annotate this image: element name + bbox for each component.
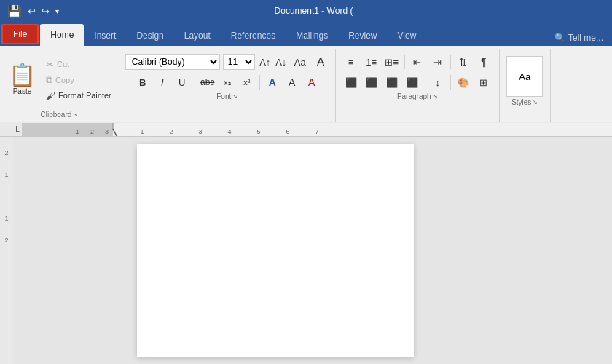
strikethrough-button[interactable]: abc [199, 74, 216, 91]
clear-formatting-button[interactable]: A̶ [312, 53, 329, 71]
svg-text:1: 1 [140, 128, 144, 135]
align-right-button[interactable]: ⬛ [382, 74, 401, 91]
text-highlight-button[interactable]: A [283, 74, 301, 91]
tell-me[interactable]: 🔍 Tell me... [546, 33, 612, 46]
svg-text:-3: -3 [103, 128, 109, 135]
para-divider-2 [450, 55, 451, 69]
borders-button[interactable]: ⊞ [474, 74, 493, 91]
align-center-button[interactable]: ⬛ [362, 74, 381, 91]
superscript-button[interactable]: x² [238, 74, 256, 91]
styles-label-text: Styles [511, 98, 531, 106]
svg-text:2: 2 [4, 149, 8, 157]
show-marks-button[interactable]: ¶ [474, 53, 493, 71]
format-painter-button[interactable]: 🖌 Format Painter [43, 89, 114, 103]
font-increase-button[interactable]: A↑ [258, 54, 272, 70]
undo-icon[interactable]: ↩ [28, 6, 36, 17]
svg-text:7: 7 [315, 128, 318, 135]
svg-text:1: 1 [4, 215, 8, 222]
bold-button[interactable]: B [134, 74, 152, 91]
font-label-text: Font [216, 92, 231, 100]
change-case-button[interactable]: Aa [291, 53, 309, 71]
para-divider-1 [404, 55, 405, 69]
tab-file[interactable]: File [1, 24, 39, 44]
document-title: Document1 - Word ( [275, 6, 353, 16]
tab-layout-label: Layout [184, 31, 211, 41]
svg-text:·: · [185, 128, 187, 135]
vertical-ruler-svg: 2 1 · 1 2 [0, 137, 13, 364]
tab-references-label: References [231, 31, 275, 41]
tab-layout[interactable]: Layout [174, 25, 221, 46]
svg-text:·: · [6, 193, 8, 200]
shading-button[interactable]: 🎨 [454, 74, 473, 91]
clipboard-expand-icon[interactable]: ↘ [73, 111, 78, 118]
svg-text:-1: -1 [74, 128, 79, 135]
para-divider-4 [450, 75, 451, 90]
format-painter-label: Format Painter [58, 91, 111, 100]
font-controls-bottom: B I U abc x₂ x² A A A [134, 74, 321, 91]
svg-text:·: · [156, 128, 158, 135]
cut-label: Cut [57, 60, 69, 68]
ruler-corner: L [13, 125, 22, 133]
styles-preview[interactable]: Aa [506, 56, 543, 97]
numbering-button[interactable]: 1≡ [362, 53, 381, 71]
svg-text:5: 5 [256, 128, 260, 135]
svg-text:·: · [214, 128, 216, 135]
svg-text:6: 6 [286, 128, 289, 135]
tabs-row: File Home Insert Design Layout Reference… [0, 22, 612, 46]
text-effect-button[interactable]: A [264, 74, 281, 91]
tab-home[interactable]: Home [40, 24, 84, 46]
para-divider-3 [425, 75, 425, 90]
title-bar: 💾 ↩ ↪ ▾ Document1 - Word ( [0, 0, 612, 22]
tab-design[interactable]: Design [126, 25, 173, 46]
font-divider-2 [259, 75, 260, 90]
font-size-select[interactable]: 11 [223, 54, 255, 70]
decrease-indent-button[interactable]: ⇤ [408, 53, 427, 71]
tab-view-label: View [398, 31, 417, 41]
clipboard-section-label: Clipboard ↘ [4, 109, 114, 120]
tab-mailings-label: Mailings [296, 31, 328, 41]
multilevel-button[interactable]: ⊞≡ [382, 53, 401, 71]
font-expand-icon[interactable]: ↘ [232, 93, 238, 100]
tab-view[interactable]: View [388, 25, 427, 46]
line-spacing-button[interactable]: ↕ [428, 74, 447, 91]
svg-text:4: 4 [227, 128, 231, 135]
font-name-select[interactable]: Calibri (Body) [125, 54, 220, 70]
svg-text:2: 2 [4, 237, 8, 244]
font-color-button[interactable]: A [303, 74, 321, 91]
tab-review[interactable]: Review [338, 25, 387, 46]
tab-mailings[interactable]: Mailings [286, 25, 338, 46]
paragraph-expand-icon[interactable]: ↘ [433, 93, 438, 100]
justify-button[interactable]: ⬛ [403, 74, 422, 91]
tab-home-label: Home [50, 30, 74, 40]
increase-indent-button[interactable]: ⇥ [428, 53, 447, 71]
document-canvas[interactable] [13, 137, 612, 364]
bullets-button[interactable]: ≡ [342, 53, 361, 71]
save-icon[interactable]: 💾 [7, 4, 22, 18]
quick-access-dropdown[interactable]: ▾ [55, 7, 59, 15]
align-left-button[interactable]: ⬛ [342, 74, 361, 91]
styles-section: Aa Styles ↘ [500, 49, 551, 122]
svg-text:2: 2 [169, 128, 173, 135]
sort-button[interactable]: ⇅ [454, 53, 473, 71]
tab-references[interactable]: References [221, 25, 286, 46]
copy-button[interactable]: ⧉ Copy [43, 73, 114, 87]
styles-expand-icon[interactable]: ↘ [533, 99, 538, 106]
italic-button[interactable]: I [154, 74, 171, 91]
cut-button[interactable]: ✂ Cut [43, 58, 114, 71]
font-decrease-button[interactable]: A↓ [274, 54, 289, 70]
tab-review-label: Review [348, 31, 377, 41]
paste-button[interactable]: 📋 Paste [4, 61, 40, 98]
paragraph-label-text: Paragraph [397, 92, 431, 100]
clipboard-section: 📋 Paste ✂ Cut ⧉ Copy 🖌 Format Painter [0, 49, 119, 122]
paste-label: Paste [13, 87, 32, 95]
tab-design-label: Design [136, 31, 163, 41]
subscript-button[interactable]: x₂ [219, 74, 236, 91]
tab-insert[interactable]: Insert [84, 25, 126, 46]
underline-button[interactable]: U [173, 74, 191, 91]
format-painter-icon: 🖌 [46, 90, 55, 101]
title-bar-left: 💾 ↩ ↪ ▾ [7, 4, 59, 18]
styles-section-label: Styles ↘ [506, 97, 544, 108]
svg-text:·: · [302, 128, 304, 135]
redo-icon[interactable]: ↪ [42, 6, 50, 17]
styles-preview-text: Aa [519, 71, 530, 82]
